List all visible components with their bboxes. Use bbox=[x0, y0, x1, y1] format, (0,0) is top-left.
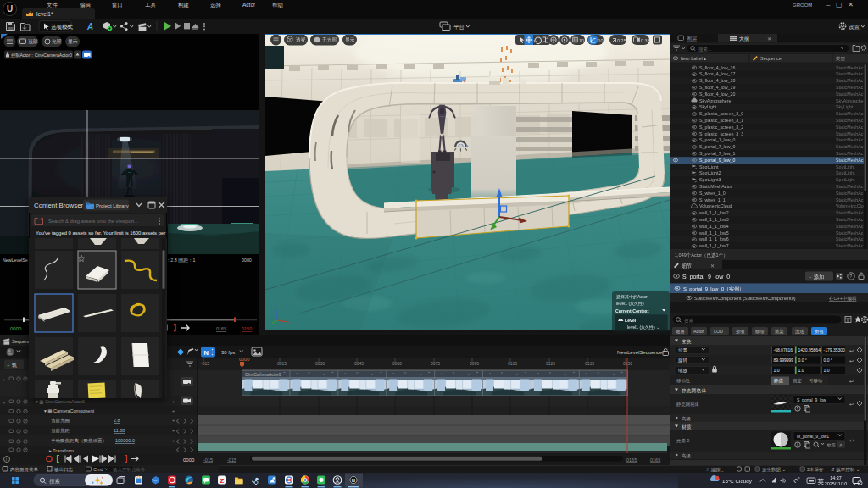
svg-text:+: + bbox=[172, 399, 175, 404]
svg-text:控制Actor：CineCameraActor0: 控制Actor：CineCameraActor0 bbox=[11, 53, 72, 58]
svg-text:+: + bbox=[809, 274, 812, 280]
svg-text:1,049个Actor（已选1个）: 1,049个Actor（已选1个） bbox=[675, 252, 728, 258]
svg-text:SpotLight: SpotLight bbox=[699, 164, 719, 169]
svg-text:wall_1_1_low7: wall_1_1_low7 bbox=[699, 243, 729, 248]
svg-text:StaticMeshAc: StaticMeshAc bbox=[836, 230, 864, 236]
svg-text:StaticMeshAc: StaticMeshAc bbox=[836, 144, 864, 149]
svg-text:100000.0: 100000.0 bbox=[115, 438, 135, 443]
svg-text:手动聚焦距离（聚焦设置）: 手动聚焦距离（聚焦设置） bbox=[51, 438, 107, 443]
svg-text:S_floor_4_low_19: S_floor_4_low_19 bbox=[699, 85, 735, 90]
svg-text:-015: -015 bbox=[201, 361, 209, 366]
svg-text:顶部: 顶部 bbox=[28, 38, 38, 45]
svg-text:StaticMeshAc: StaticMeshAc bbox=[836, 85, 864, 90]
svg-text:LOD: LOD bbox=[714, 329, 723, 334]
svg-text:搜索...: 搜索... bbox=[698, 47, 712, 53]
svg-text:选项模式: 选项模式 bbox=[51, 24, 74, 30]
svg-text:⇵ 版本控制 ⌄: ⇵ 版本控制 ⌄ bbox=[831, 467, 860, 473]
svg-text:-015: -015 bbox=[227, 458, 236, 463]
svg-text:光照: 光照 bbox=[52, 38, 62, 45]
svg-text:S_portal_1_low_0: S_portal_1_low_0 bbox=[699, 137, 735, 142]
svg-text:旋转: 旋转 bbox=[677, 358, 687, 363]
svg-text:S_plastic_screen_3_1: S_plastic_screen_3_1 bbox=[699, 118, 743, 123]
svg-text:当前光圈: 当前光圈 bbox=[51, 418, 70, 424]
svg-text:StaticMeshAc: StaticMeshAc bbox=[836, 111, 864, 116]
svg-text:0000: 0000 bbox=[242, 258, 252, 263]
svg-text:✕: ✕ bbox=[767, 36, 771, 42]
svg-text:14:37: 14:37 bbox=[830, 475, 842, 480]
svg-text:ρ: ρ bbox=[840, 442, 843, 447]
svg-text:内容侧滑菜单: 内容侧滑菜单 bbox=[10, 467, 39, 473]
svg-text:StaticMeshAc: StaticMeshAc bbox=[836, 158, 864, 163]
svg-text:0000: 0000 bbox=[10, 326, 22, 331]
svg-text:1: 1 bbox=[859, 480, 861, 485]
svg-text:StaticMeshAc: StaticMeshAc bbox=[836, 217, 864, 222]
svg-text:当前焦距: 当前焦距 bbox=[51, 428, 70, 433]
svg-text:可移动: 可移动 bbox=[809, 378, 822, 384]
svg-text:30 fps: 30 fps bbox=[221, 350, 235, 355]
svg-text:轨: 轨 bbox=[12, 363, 17, 368]
svg-text:↩: ↩ bbox=[849, 348, 854, 353]
svg-text:A: A bbox=[86, 22, 93, 31]
svg-text:S_floor_4_low_16: S_floor_4_low_16 bbox=[699, 65, 735, 70]
svg-text:输入控制台命令: 输入控制台命令 bbox=[113, 467, 146, 473]
svg-text:变换: 变换 bbox=[682, 339, 692, 345]
svg-text:2025/11/10: 2025/11/10 bbox=[825, 481, 848, 486]
svg-text:StaticMeshAc: StaticMeshAc bbox=[836, 78, 864, 83]
svg-text:移动性: 移动性 bbox=[676, 378, 691, 384]
svg-text:SpotLight: SpotLight bbox=[836, 170, 855, 175]
svg-text:0150: 0150 bbox=[242, 326, 252, 331]
svg-text:S_plastic_screen_3_0: S_plastic_screen_3_0 bbox=[699, 111, 743, 116]
svg-text:StaticMeshAc: StaticMeshAc bbox=[836, 197, 864, 202]
svg-text:?: ? bbox=[849, 274, 852, 279]
svg-text:元素 0: 元素 0 bbox=[676, 438, 689, 443]
svg-text:0165: 0165 bbox=[650, 458, 660, 463]
svg-text:Sequencer: Sequencer bbox=[760, 56, 783, 61]
svg-text:level1 (永久性) ⌄: level1 (永久性) ⌄ bbox=[627, 324, 659, 330]
svg-text:StaticMeshAc: StaticMeshAc bbox=[836, 224, 864, 229]
svg-text:0105: 0105 bbox=[508, 361, 517, 366]
svg-text:0030: 0030 bbox=[315, 361, 325, 366]
svg-text:NewLevelSequence*: NewLevelSequence* bbox=[617, 350, 665, 355]
svg-text:10°: 10° bbox=[598, 38, 605, 43]
svg-text:显示: 显示 bbox=[68, 38, 78, 45]
svg-text:0.0 °: 0.0 ° bbox=[798, 358, 807, 363]
svg-text:0.25: 0.25 bbox=[617, 38, 626, 43]
svg-text:搜索: 搜索 bbox=[49, 478, 60, 485]
svg-text:S_floor_4_low_20: S_floor_4_low_20 bbox=[699, 92, 735, 97]
svg-text:+: + bbox=[3, 400, 5, 405]
svg-text:S_portal_9_low_0: S_portal_9_low_0 bbox=[699, 158, 735, 163]
svg-text:89.999999: 89.999999 bbox=[774, 358, 794, 363]
svg-text:Project Library: Project Library bbox=[96, 203, 129, 208]
svg-text:高级: 高级 bbox=[682, 416, 691, 421]
svg-text:静态网格体: 静态网格体 bbox=[676, 402, 700, 408]
svg-text:↩: ↩ bbox=[849, 379, 854, 384]
svg-text:✕: ✕ bbox=[710, 263, 715, 269]
svg-text:Actor: Actor bbox=[693, 329, 704, 334]
svg-text:StaticMeshAc: StaticMeshAc bbox=[836, 118, 864, 123]
svg-text:-015: -015 bbox=[203, 458, 213, 463]
svg-text:Current Context: Current Context bbox=[615, 308, 649, 313]
svg-text:StaticMeshAc: StaticMeshAc bbox=[836, 131, 864, 136]
svg-text:▸ Transform: ▸ Transform bbox=[49, 448, 74, 453]
svg-text:0.0 °: 0.0 ° bbox=[824, 358, 832, 363]
svg-text:S_portal_9_low_0（实例）: S_portal_9_low_0（实例） bbox=[683, 286, 744, 292]
svg-text:0015: 0015 bbox=[277, 361, 287, 366]
svg-text:0.33: 0.33 bbox=[641, 38, 650, 43]
svg-text:0000: 0000 bbox=[183, 458, 195, 463]
svg-text:+: + bbox=[172, 418, 175, 423]
svg-text:0135: 0135 bbox=[585, 361, 594, 366]
svg-text:材质: 材质 bbox=[681, 424, 692, 430]
svg-text:设置: 设置 bbox=[849, 24, 860, 30]
svg-text:CineCameraActor0: CineCameraActor0 bbox=[245, 372, 281, 377]
svg-text:StaticMeshAc: StaticMeshAc bbox=[836, 243, 864, 248]
svg-text:Item Label ▴: Item Label ▴ bbox=[681, 56, 706, 61]
svg-text:Level: Level bbox=[625, 318, 637, 323]
svg-text:图层: 图层 bbox=[687, 36, 697, 42]
svg-text:S_wires_1_1: S_wires_1_1 bbox=[699, 197, 726, 202]
svg-text:S_portal_7_low_1: S_portal_7_low_1 bbox=[699, 151, 735, 156]
svg-text:物理: 物理 bbox=[755, 329, 765, 335]
svg-text:10: 10 bbox=[579, 38, 584, 43]
svg-text:-68.07816: -68.07816 bbox=[774, 347, 793, 352]
svg-text:wall_1_1_low3: wall_1_1_low3 bbox=[699, 217, 729, 222]
svg-text:流送: 流送 bbox=[795, 329, 804, 335]
